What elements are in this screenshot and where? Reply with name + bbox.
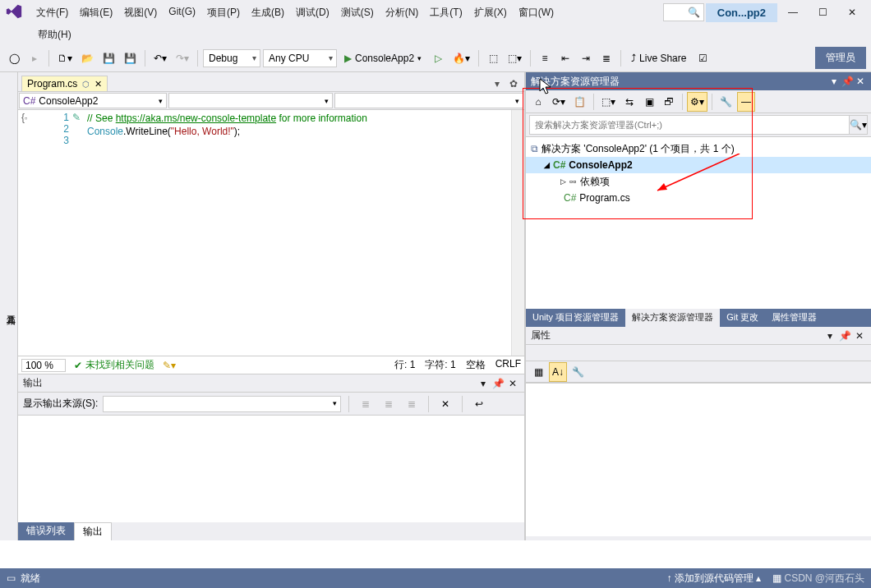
pen-icon[interactable]: ✎▾ [163, 360, 176, 371]
tab-unity[interactable]: Unity 项目资源管理器 [526, 309, 625, 327]
tree-file-node[interactable]: C# Program.cs [526, 190, 871, 206]
menu-build[interactable]: 生成(B) [247, 2, 289, 23]
issues-indicator[interactable]: ✔未找到相关问题 [74, 358, 154, 372]
nav-type-combo[interactable] [168, 93, 333, 108]
platform-combo[interactable]: Any CPU [263, 49, 337, 67]
se-search-button[interactable]: 🔍▾ [850, 115, 868, 135]
tab-git-changes[interactable]: Git 更改 [720, 309, 765, 327]
titlebar-search[interactable]: 🔍 [663, 3, 704, 21]
solution-explorer-header[interactable]: 解决方案资源管理器 ▾📌✕ [526, 72, 871, 90]
zoom-combo[interactable]: 100 % [21, 359, 66, 372]
menu-help[interactable]: 帮助(H) [33, 25, 76, 45]
menu-test[interactable]: 测试(S) [336, 2, 379, 23]
editor-tab-program[interactable]: Program.cs ⬡ ✕ [21, 76, 108, 91]
pin-icon[interactable]: ⬡ [82, 80, 90, 89]
close-icon[interactable]: ✕ [94, 79, 102, 90]
menu-edit[interactable]: 编辑(E) [75, 2, 118, 23]
indent-indicator[interactable]: 空格 [466, 358, 486, 372]
config-combo[interactable]: Debug [203, 49, 260, 67]
output-wrap-button[interactable]: ↩ [470, 394, 488, 414]
prop-pin-icon[interactable]: 📌 [838, 329, 851, 342]
close-button[interactable]: ✕ [838, 2, 866, 22]
hot-reload-button[interactable]: 🔥▾ [449, 48, 473, 68]
se-sync-button[interactable]: ⬚▾ [598, 92, 619, 112]
output-body[interactable] [18, 416, 524, 522]
new-project-button[interactable]: 🗋▾ [54, 48, 76, 68]
menu-window[interactable]: 窗口(W) [514, 2, 559, 23]
open-button[interactable]: 📂 [78, 48, 97, 68]
menu-debug[interactable]: 调试(D) [291, 2, 334, 23]
prop-category-button[interactable]: ▦ [529, 362, 547, 382]
panel-close-icon[interactable]: ✕ [506, 377, 519, 390]
output-btn-1[interactable]: ≣ [357, 394, 375, 414]
menu-extensions[interactable]: 扩展(X) [469, 2, 512, 23]
run-button[interactable]: ▶ConsoleApp2▾ [339, 53, 426, 64]
redo-button[interactable]: ↷▾ [173, 48, 192, 68]
tab-solution-explorer[interactable]: 解决方案资源管理器 [625, 309, 720, 327]
tab-property-manager[interactable]: 属性管理器 [765, 309, 823, 327]
tree-project-node[interactable]: ◢ C# ConsoleApp2 [526, 157, 871, 173]
output-btn-3[interactable]: ≣ [403, 394, 421, 414]
tab-error-list[interactable]: 错误列表 [18, 522, 74, 540]
toolbar-btn-comment[interactable]: ⇥ [577, 48, 595, 68]
undo-button[interactable]: ↶▾ [150, 48, 170, 68]
tab-dropdown-button[interactable]: ▾ [490, 76, 505, 91]
feedback-button[interactable]: ☑ [694, 48, 712, 68]
nav-member-combo[interactable] [334, 93, 523, 108]
toolbar-btn-2[interactable]: ⬚▾ [505, 48, 525, 68]
expand-icon[interactable]: ◢ [544, 161, 550, 169]
save-all-button[interactable]: 💾 [121, 48, 140, 68]
toolbar-btn-outdent[interactable]: ⇤ [556, 48, 574, 68]
tree-dependencies-node[interactable]: ▷ ▫▫ 依赖项 [526, 173, 871, 190]
nav-fwd-button[interactable]: ▸ [25, 48, 44, 68]
repo-indicator[interactable]: ▦ CSDN @河西石头 [772, 572, 864, 586]
save-button[interactable]: 💾 [99, 48, 118, 68]
toolbar-btn-indent[interactable]: ≡ [536, 48, 554, 68]
add-to-source-control[interactable]: ↑ 添加到源代码管理 ▴ [666, 572, 761, 586]
se-search-input[interactable] [529, 115, 850, 135]
vertical-scrollbar[interactable] [511, 110, 524, 356]
menu-analyze[interactable]: 分析(N) [380, 2, 424, 23]
se-showall-button[interactable]: ▣ [640, 92, 658, 112]
tree-solution-node[interactable]: ⧉ 解决方案 'ConsoleApp2' (1 个项目，共 1 个) [526, 140, 871, 157]
tab-settings-button[interactable]: ✿ [506, 76, 521, 91]
screwdriver-icon[interactable]: ✎ [72, 110, 87, 356]
prop-wrench-button[interactable]: 🔧 [569, 362, 588, 382]
menu-project[interactable]: 项目(P) [202, 2, 245, 23]
properties-body[interactable] [526, 383, 871, 536]
maximize-button[interactable]: ☐ [809, 2, 836, 22]
tab-output[interactable]: 输出 [74, 522, 112, 540]
menu-file[interactable]: 文件(F) [31, 2, 73, 23]
minimize-button[interactable]: — [779, 2, 807, 22]
output-source-combo[interactable] [103, 396, 341, 412]
menu-tools[interactable]: 工具(T) [425, 2, 467, 23]
solution-tree[interactable]: ⧉ 解决方案 'ConsoleApp2' (1 个项目，共 1 个) ◢ C# … [526, 136, 871, 309]
prop-az-button[interactable]: A↓ [549, 362, 567, 382]
output-btn-2[interactable]: ≣ [380, 394, 398, 414]
se-pin-icon[interactable]: 📌 [841, 76, 853, 87]
menu-view[interactable]: 视图(V) [119, 2, 162, 23]
se-collapse-button[interactable]: — [737, 92, 755, 112]
toolbar-btn-1[interactable]: ⬚ [484, 48, 502, 68]
se-preview-button[interactable]: 🔧 [717, 92, 735, 112]
lineending-indicator[interactable]: CRLF [495, 358, 521, 372]
live-share-button[interactable]: ⤴Live Share [626, 53, 691, 64]
se-refresh-button[interactable]: 🗗 [660, 92, 678, 112]
se-pending-button[interactable]: 📋 [570, 92, 589, 112]
code-content[interactable]: // See https://aka.ms/new-console-templa… [87, 110, 511, 356]
run-no-debug-button[interactable]: ▷ [429, 48, 447, 68]
se-props-button[interactable]: ⚙▾ [687, 92, 707, 112]
se-menu-icon[interactable]: ▾ [828, 76, 840, 87]
se-filter-button[interactable]: ⇆ [620, 92, 638, 112]
se-close-icon[interactable]: ✕ [855, 76, 866, 87]
toolbox-sidebar[interactable]: 工具箱 [0, 72, 18, 540]
admin-button[interactable]: 管理员 [815, 47, 866, 69]
nav-project-combo[interactable]: C#ConsoleApp2 [19, 93, 167, 108]
output-clear-button[interactable]: ✕ [436, 394, 454, 414]
properties-header[interactable]: 属性 ▾📌✕ [526, 327, 871, 345]
prop-close-icon[interactable]: ✕ [853, 329, 866, 342]
panel-pin-icon[interactable]: 📌 [491, 377, 505, 390]
panel-menu-icon[interactable]: ▾ [477, 377, 490, 390]
nav-back-button[interactable]: ◯ [5, 48, 23, 68]
menu-git[interactable]: Git(G) [164, 2, 200, 23]
